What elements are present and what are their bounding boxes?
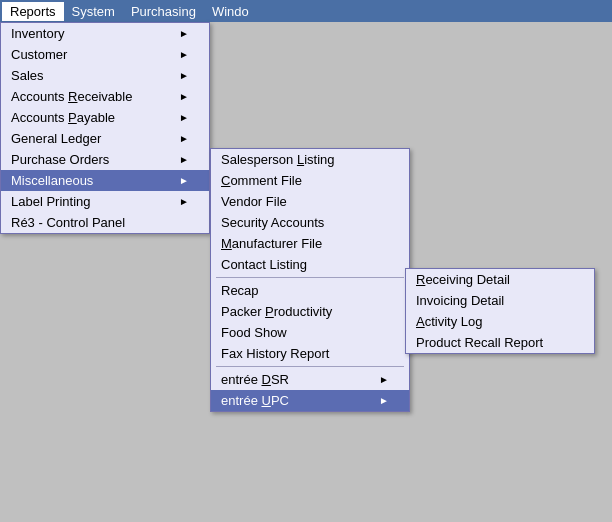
menubar-window[interactable]: Windo [204, 2, 257, 21]
menu-product-recall-label: Product Recall Report [416, 335, 543, 350]
arrow-icon: ► [379, 374, 389, 385]
menubar: Reports System Purchasing Windo [0, 0, 612, 22]
menu-receiving-detail-label: Receiving Detail [416, 272, 510, 287]
menubar-system[interactable]: System [64, 2, 123, 21]
menu-control-panel[interactable]: Ré3 - Control Panel [1, 212, 209, 233]
miscellaneous-dropdown: Salesperson Listing Comment File Vendor … [210, 148, 410, 412]
reports-dropdown: Inventory ► Customer ► Sales ► Accounts … [0, 22, 210, 234]
menu-inventory-label: Inventory [11, 26, 64, 41]
menu-label-printing-label: Label Printing [11, 194, 91, 209]
entree-upc-dropdown: Receiving Detail Invoicing Detail Activi… [405, 268, 595, 354]
separator-2 [216, 366, 404, 367]
menu-product-recall[interactable]: Product Recall Report [406, 332, 594, 353]
menu-entree-dsr-label: entrée DSR [221, 372, 289, 387]
menu-food-show[interactable]: Food Show [211, 322, 409, 343]
menu-recap[interactable]: Recap [211, 280, 409, 301]
menu-security-accounts-label: Security Accounts [221, 215, 324, 230]
menu-control-panel-label: Ré3 - Control Panel [11, 215, 125, 230]
menu-receiving-detail[interactable]: Receiving Detail [406, 269, 594, 290]
menu-general-ledger[interactable]: General Ledger ► [1, 128, 209, 149]
menu-accounts-receivable-label: Accounts Receivable [11, 89, 132, 104]
menu-label-printing[interactable]: Label Printing ► [1, 191, 209, 212]
menu-comment-file-label: Comment File [221, 173, 302, 188]
menu-customer-label: Customer [11, 47, 67, 62]
arrow-icon: ► [179, 91, 189, 102]
menu-vendor-file-label: Vendor File [221, 194, 287, 209]
separator-1 [216, 277, 404, 278]
menu-recap-label: Recap [221, 283, 259, 298]
arrow-icon: ► [179, 175, 189, 186]
menu-general-ledger-label: General Ledger [11, 131, 101, 146]
menu-accounts-payable[interactable]: Accounts Payable ► [1, 107, 209, 128]
menu-fax-history-label: Fax History Report [221, 346, 329, 361]
menu-entree-dsr[interactable]: entrée DSR ► [211, 369, 409, 390]
menu-inventory[interactable]: Inventory ► [1, 23, 209, 44]
menu-activity-log[interactable]: Activity Log [406, 311, 594, 332]
menubar-reports[interactable]: Reports [2, 2, 64, 21]
menu-contact-listing[interactable]: Contact Listing [211, 254, 409, 275]
menu-purchase-orders[interactable]: Purchase Orders ► [1, 149, 209, 170]
menu-fax-history[interactable]: Fax History Report [211, 343, 409, 364]
menu-customer[interactable]: Customer ► [1, 44, 209, 65]
menu-food-show-label: Food Show [221, 325, 287, 340]
arrow-icon: ► [379, 395, 389, 406]
menu-miscellaneous[interactable]: Miscellaneous ► [1, 170, 209, 191]
menubar-purchasing[interactable]: Purchasing [123, 2, 204, 21]
menu-vendor-file[interactable]: Vendor File [211, 191, 409, 212]
arrow-icon: ► [179, 196, 189, 207]
menu-miscellaneous-label: Miscellaneous [11, 173, 93, 188]
arrow-icon: ► [179, 28, 189, 39]
menu-salesperson-listing-label: Salesperson Listing [221, 152, 334, 167]
arrow-icon: ► [179, 49, 189, 60]
menu-invoicing-detail-label: Invoicing Detail [416, 293, 504, 308]
menu-activity-log-label: Activity Log [416, 314, 482, 329]
arrow-icon: ► [179, 112, 189, 123]
menu-accounts-payable-label: Accounts Payable [11, 110, 115, 125]
menu-invoicing-detail[interactable]: Invoicing Detail [406, 290, 594, 311]
menu-comment-file[interactable]: Comment File [211, 170, 409, 191]
menu-packer-productivity-label: Packer Productivity [221, 304, 332, 319]
menu-manufacturer-file-label: Manufacturer File [221, 236, 322, 251]
menu-packer-productivity[interactable]: Packer Productivity [211, 301, 409, 322]
menu-sales[interactable]: Sales ► [1, 65, 209, 86]
arrow-icon: ► [179, 70, 189, 81]
arrow-icon: ► [179, 133, 189, 144]
arrow-icon: ► [179, 154, 189, 165]
menu-accounts-receivable[interactable]: Accounts Receivable ► [1, 86, 209, 107]
menu-entree-upc[interactable]: entrée UPC ► [211, 390, 409, 411]
menu-contact-listing-label: Contact Listing [221, 257, 307, 272]
menu-salesperson-listing[interactable]: Salesperson Listing [211, 149, 409, 170]
menu-sales-label: Sales [11, 68, 44, 83]
menu-purchase-orders-label: Purchase Orders [11, 152, 109, 167]
menu-entree-upc-label: entrée UPC [221, 393, 289, 408]
menu-manufacturer-file[interactable]: Manufacturer File [211, 233, 409, 254]
menu-security-accounts[interactable]: Security Accounts [211, 212, 409, 233]
